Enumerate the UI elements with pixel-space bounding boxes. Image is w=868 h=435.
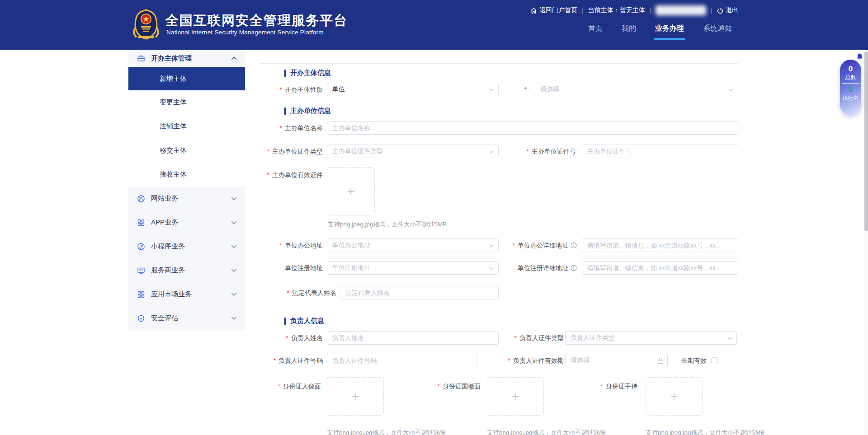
long-term-checkbox[interactable] xyxy=(711,357,718,364)
sidebar-group-label: 安全评估 xyxy=(151,314,178,323)
sidebar-group-label: APP业务 xyxy=(151,218,178,227)
chevron-down-icon xyxy=(231,196,237,201)
id-front-upload-hint: 支持png,jpeg,jpg格式，文件大小不超过5MB xyxy=(327,428,449,435)
id-back-label: *身份证国徽面 xyxy=(352,379,481,393)
scrollbar-thumb[interactable] xyxy=(864,51,868,231)
org-cert-upload-hint: 支持png,jpeg,jpg格式，文件大小不超过5MB xyxy=(328,220,447,229)
reg-addr-detail-input[interactable] xyxy=(582,261,738,275)
org-cert-no-input[interactable] xyxy=(582,145,738,158)
subject-type-select[interactable]: 请选择 xyxy=(535,83,738,96)
utility-separator: | xyxy=(711,7,712,14)
office-addr-detail-label: *单位办公详细地址 xyxy=(448,239,577,252)
org-cert-no-label: *主办单位证件号 xyxy=(448,145,576,158)
return-portal-link[interactable]: 返回门户首页 xyxy=(530,6,577,14)
bell-icon[interactable] xyxy=(856,53,863,61)
nav-notices[interactable]: 系统通知 xyxy=(703,23,732,33)
content-top-divider xyxy=(260,63,738,64)
sidebar-item-label: 接收主体 xyxy=(160,170,187,179)
subject-type-required: * xyxy=(511,83,527,96)
miniprogram-icon xyxy=(137,243,145,251)
sidebar-group-label: 应用市场业务 xyxy=(151,290,192,299)
utility-separator: | xyxy=(650,7,651,14)
id-hold-upload[interactable]: + xyxy=(646,377,703,416)
chevron-down-icon xyxy=(231,316,237,320)
sidebar-item-label: 移交主体 xyxy=(160,146,187,155)
sidebar-group-label: 服务商业务 xyxy=(151,266,185,275)
utility-separator: | xyxy=(582,7,584,14)
id-hold-upload-hint: 支持png,jpeg,jpg格式，文件大小不超过5MB xyxy=(646,428,768,435)
id-hold-label: *身份证手持 xyxy=(509,379,637,393)
info-icon xyxy=(571,265,577,271)
principal-cert-valid-label: *负责人证件有效期 xyxy=(435,354,564,367)
logout-button[interactable]: 退出 xyxy=(717,6,738,14)
section-header-organizer: 主办单位信息 xyxy=(260,107,738,114)
shield-check-icon xyxy=(137,314,145,323)
app-grid-icon xyxy=(137,219,145,227)
chevron-down-icon xyxy=(727,336,732,341)
info-icon xyxy=(571,242,577,248)
legal-rep-name-label: *法定代表人姓名 xyxy=(208,286,336,299)
principal-cert-no-label: *负责人证件号码 xyxy=(194,354,323,367)
app-header: 全国互联网安全管理服务平台 National Internet Security… xyxy=(0,0,868,50)
home-icon xyxy=(530,7,537,14)
chevron-up-icon xyxy=(231,56,237,61)
sidebar-item-label: 变更主体 xyxy=(160,98,187,107)
sidebar-group-label: 小程序业务 xyxy=(151,242,185,251)
sidebar-group-subject-management[interactable]: 开办主体管理 xyxy=(128,50,245,67)
reg-addr-label: 单位注册地址 xyxy=(194,261,323,275)
principal-cert-type-label: *负责人证件类型 xyxy=(435,331,564,345)
widget-divider xyxy=(842,83,859,84)
power-icon xyxy=(717,7,723,14)
svg-text:IDC: IDC xyxy=(139,269,143,271)
id-front-label: *身份证人像面 xyxy=(193,379,321,393)
legal-rep-name-input[interactable] xyxy=(340,286,499,299)
sidebar-group-security-assessment[interactable]: 安全评估 xyxy=(128,306,245,330)
task-counter-widget[interactable]: 0 总数 0 执行中 xyxy=(840,60,861,115)
chevron-down-icon xyxy=(231,220,237,225)
org-cert-upload[interactable]: + xyxy=(327,167,375,215)
section-title: 主办单位信息 xyxy=(290,107,331,115)
current-subject-label: 当前主体：暂无主体 xyxy=(588,6,645,14)
principal-cert-type-select[interactable]: 负责人证件类型 xyxy=(565,331,737,345)
plus-icon: + xyxy=(347,185,354,198)
sidebar-group-label: 网站业务 xyxy=(151,194,178,203)
chevron-down-icon xyxy=(728,87,734,93)
sidebar-item-label: 新增主体 xyxy=(160,75,187,83)
section-title: 负责人信息 xyxy=(290,317,324,325)
section-title: 开办主体信息 xyxy=(290,69,331,77)
monitor-idc-icon: IDC xyxy=(137,267,145,275)
org-name-label: *主办单位名称 xyxy=(194,121,323,135)
page: 全国互联网安全管理服务平台 National Internet Security… xyxy=(0,0,868,435)
platform-subtitle: National Internet Security Management Se… xyxy=(166,29,324,36)
username-blurred xyxy=(656,5,706,15)
office-addr-label: *单位办公地址 xyxy=(194,239,323,252)
police-badge-logo xyxy=(132,9,160,40)
website-globe-icon xyxy=(137,195,145,203)
org-cert-file-label: *主办单位有效证件 xyxy=(194,168,323,182)
plus-icon: + xyxy=(670,390,678,403)
task-total-label: 总数 xyxy=(840,74,861,81)
platform-title: 全国互联网安全管理服务平台 xyxy=(165,12,348,30)
app-market-grid-icon xyxy=(137,290,145,299)
reg-addr-detail-label: 单位注册详细地址 xyxy=(448,261,577,275)
org-name-input[interactable] xyxy=(327,121,738,135)
section-bar xyxy=(284,70,286,77)
subject-nature-select[interactable]: 单位 xyxy=(327,83,499,96)
section-header-principal: 负责人信息 xyxy=(260,317,738,324)
nav-business[interactable]: 业务办理 xyxy=(655,23,684,33)
subject-nature-label: *开办主体性质 xyxy=(194,83,323,96)
nav-home[interactable]: 首页 xyxy=(588,23,603,33)
task-total-value: 0 xyxy=(840,65,861,74)
long-term-label: 长期有效 xyxy=(633,354,707,367)
principal-name-label: *负责人姓名 xyxy=(194,331,323,345)
section-bar xyxy=(284,108,286,115)
chevron-down-icon xyxy=(489,87,494,93)
nav-mine[interactable]: 我的 xyxy=(622,23,636,33)
sidebar-group-app[interactable]: APP业务 xyxy=(128,210,245,234)
org-cert-type-label: *主办单位证件类型 xyxy=(194,145,323,158)
sidebar-group-website[interactable]: 网站业务 xyxy=(128,187,245,210)
section-bar xyxy=(284,318,286,325)
briefcase-icon xyxy=(137,54,145,62)
main-nav: 首页 我的 业务办理 系统通知 xyxy=(588,23,732,33)
office-addr-detail-input[interactable] xyxy=(582,239,738,252)
